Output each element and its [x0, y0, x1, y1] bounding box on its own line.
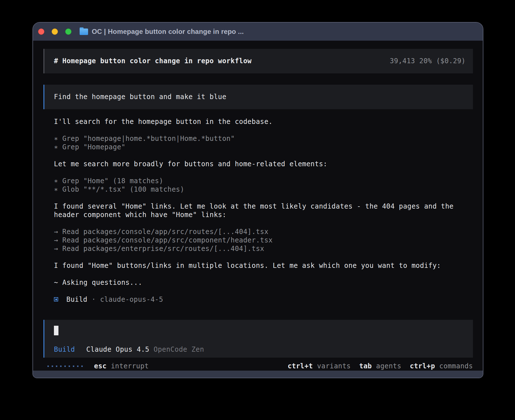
- status-asking-questions: ~ Asking questions...: [54, 278, 473, 287]
- model-provider: OpenCode Zen: [154, 345, 204, 354]
- session-cost: ($0.29): [436, 57, 466, 65]
- traffic-lights: [38, 29, 71, 35]
- status-left: esc interrupt: [43, 362, 149, 370]
- context-percent: 20%: [419, 57, 432, 65]
- tool-call-grep[interactable]: ∗ Grep "homepage|home.*button|Home.*butt…: [54, 134, 473, 143]
- status-bar: esc interrupt ctrl+t variants tab agents…: [43, 362, 473, 371]
- tool-call-grep[interactable]: ∗ Grep "Homepage": [54, 143, 473, 151]
- tool-call-grep[interactable]: ∗ Grep "Home" (18 matches): [54, 177, 473, 185]
- model-name[interactable]: Claude Opus 4.5: [86, 345, 150, 354]
- working-spinner-icon: [47, 366, 83, 367]
- session-title: # Homepage button color change in repo w…: [54, 57, 252, 65]
- agent-model: claude-opus-4-5: [100, 296, 163, 303]
- user-message: Find the homepage button and make it blu…: [43, 85, 473, 109]
- agent-separator: ·: [92, 296, 96, 303]
- minimize-button[interactable]: [52, 29, 58, 35]
- variants-key-hint[interactable]: ctrl+t: [288, 362, 313, 370]
- agents-key-hint[interactable]: tab: [359, 362, 372, 370]
- session-stats: 39,413 20% ($0.29): [390, 57, 466, 65]
- tool-call-read[interactable]: → Read packages/enterprise/src/routes/[.…: [54, 244, 473, 253]
- assistant-transcript: I'll search for the homepage button in t…: [43, 117, 473, 312]
- tool-call-read[interactable]: → Read packages/console/app/src/routes/[…: [54, 228, 473, 236]
- tool-call-glob[interactable]: ∗ Glob "**/*.tsx" (100 matches): [54, 185, 473, 194]
- text-cursor: [54, 326, 58, 335]
- agent-build-icon: [54, 297, 58, 301]
- assistant-text: header component which have "Home" links…: [54, 211, 473, 219]
- variants-label: variants: [317, 362, 351, 370]
- window-titlebar[interactable]: OC | Homepage button color change in rep…: [33, 23, 483, 41]
- folder-icon: [80, 29, 88, 35]
- close-button[interactable]: [38, 29, 44, 35]
- terminal-content: # Homepage button color change in repo w…: [33, 41, 483, 371]
- mode-label[interactable]: Build: [54, 345, 75, 354]
- agent-badge-row: Build · claude-opus-4-5: [54, 295, 473, 304]
- zoom-button[interactable]: [65, 29, 71, 35]
- agent-name: Build: [66, 296, 88, 303]
- session-header: # Homepage button color change in repo w…: [43, 49, 473, 73]
- commands-key-hint[interactable]: ctrl+p: [410, 362, 435, 370]
- assistant-text: I'll search for the homepage button in t…: [54, 117, 473, 126]
- assistant-text: Let me search more broadly for buttons a…: [54, 160, 473, 168]
- interrupt-label: interrupt: [111, 362, 149, 370]
- terminal-window: OC | Homepage button color change in rep…: [32, 22, 483, 378]
- window-bottom-edge: [33, 371, 483, 378]
- commands-label: commands: [439, 362, 473, 370]
- tool-call-read[interactable]: → Read packages/console/app/src/componen…: [54, 236, 473, 244]
- token-count: 39,413: [390, 57, 415, 65]
- user-message-text: Find the homepage button and make it blu…: [54, 93, 226, 101]
- esc-key-hint[interactable]: esc: [94, 362, 107, 370]
- prompt-editor[interactable]: Build Claude Opus 4.5 OpenCode Zen: [43, 320, 473, 358]
- agents-label: agents: [376, 362, 401, 370]
- model-row: Build Claude Opus 4.5 OpenCode Zen: [54, 345, 466, 354]
- assistant-text: I found several "Home" links. Let me loo…: [54, 202, 473, 211]
- assistant-text: I found "Home" buttons/links in multiple…: [54, 261, 473, 270]
- status-right: ctrl+t variants tab agents ctrl+p comman…: [279, 362, 473, 370]
- window-title: OC | Homepage button color change in rep…: [92, 28, 244, 36]
